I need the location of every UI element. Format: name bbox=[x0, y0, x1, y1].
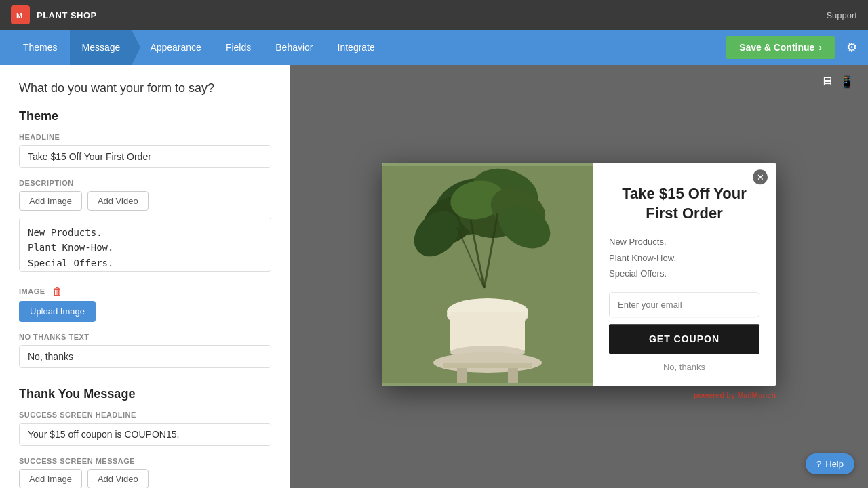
success-headline-label: SUCCESS SCREEN HEADLINE bbox=[19, 411, 271, 419]
svg-text:M: M bbox=[16, 12, 22, 20]
headline-label: HEADLINE bbox=[19, 133, 271, 141]
success-btn-row: Add Image Add Video bbox=[19, 469, 271, 488]
main-layout: What do you want your form to say? Theme… bbox=[0, 65, 868, 488]
success-message-label: SUCCESS SCREEN MESSAGE bbox=[19, 457, 271, 465]
right-panel: 🖥 📱 bbox=[290, 65, 868, 488]
thank-you-title: Thank You Message bbox=[19, 387, 271, 401]
upload-image-button[interactable]: Upload Image bbox=[19, 301, 96, 322]
success-add-video-button[interactable]: Add Video bbox=[87, 469, 149, 488]
settings-icon[interactable]: ⚙ bbox=[846, 40, 857, 55]
no-thanks-input[interactable] bbox=[19, 345, 271, 368]
no-thanks-label: NO THANKS TEXT bbox=[19, 333, 271, 341]
thank-you-section: Thank You Message SUCCESS SCREEN HEADLIN… bbox=[19, 387, 271, 488]
svg-rect-21 bbox=[457, 368, 467, 383]
tab-themes[interactable]: Themes bbox=[11, 30, 70, 65]
app-brand: PLANT SHOP bbox=[37, 10, 826, 20]
add-video-button[interactable]: Add Video bbox=[87, 191, 149, 211]
support-link[interactable]: Support bbox=[826, 10, 857, 20]
tab-appearance[interactable]: Appearance bbox=[132, 30, 214, 65]
add-image-button[interactable]: Add Image bbox=[19, 191, 82, 211]
tab-behavior[interactable]: Behavior bbox=[263, 30, 325, 65]
modal-container: ✕ Take $15 Off Your First Order New Prod… bbox=[382, 163, 776, 399]
image-label: IMAGE bbox=[19, 287, 45, 296]
app-logo: M bbox=[11, 5, 30, 24]
modal-no-thanks[interactable]: No, thanks bbox=[663, 363, 705, 373]
description-label: DESCRIPTION bbox=[19, 179, 271, 187]
success-add-image-button[interactable]: Add Image bbox=[19, 469, 82, 488]
get-coupon-button[interactable]: GET COUPON bbox=[609, 325, 760, 354]
mobile-preview-icon[interactable]: 📱 bbox=[840, 75, 854, 89]
top-bar: M PLANT SHOP Support bbox=[0, 0, 868, 30]
nav-bar: Themes Message Appearance Fields Behavio… bbox=[0, 30, 868, 65]
powered-by: powered by MailMunch bbox=[382, 392, 776, 400]
modal-headline: Take $15 Off Your First Order bbox=[609, 184, 760, 223]
delete-image-icon[interactable]: 🗑 bbox=[52, 285, 62, 297]
description-btn-row: Add Image Add Video bbox=[19, 191, 271, 211]
modal-email-input[interactable] bbox=[609, 293, 760, 318]
svg-rect-20 bbox=[443, 363, 532, 368]
desktop-preview-icon[interactable]: 🖥 bbox=[821, 75, 833, 89]
headline-input[interactable] bbox=[19, 145, 271, 168]
modal-description: New Products.Plant Know-How.Special Offe… bbox=[609, 234, 760, 281]
modal-content: ✕ Take $15 Off Your First Order New Prod… bbox=[593, 163, 776, 386]
save-continue-button[interactable]: Save & Continue › bbox=[726, 36, 835, 59]
image-section: IMAGE 🗑 bbox=[19, 285, 271, 297]
left-panel: What do you want your form to say? Theme… bbox=[0, 65, 290, 488]
help-button[interactable]: ? Help bbox=[806, 453, 854, 474]
tab-integrate[interactable]: Integrate bbox=[326, 30, 387, 65]
description-textarea[interactable] bbox=[19, 218, 271, 272]
modal-box: ✕ Take $15 Off Your First Order New Prod… bbox=[382, 163, 776, 386]
success-headline-input[interactable] bbox=[19, 423, 271, 446]
svg-rect-22 bbox=[508, 368, 518, 383]
modal-image bbox=[382, 163, 593, 386]
modal-close-button[interactable]: ✕ bbox=[753, 169, 768, 184]
tab-message[interactable]: Message bbox=[70, 30, 133, 65]
preview-toolbar: 🖥 📱 bbox=[821, 75, 854, 89]
tab-fields[interactable]: Fields bbox=[214, 30, 263, 65]
theme-section-title: Theme bbox=[19, 109, 271, 123]
panel-question: What do you want your form to say? bbox=[19, 81, 271, 96]
